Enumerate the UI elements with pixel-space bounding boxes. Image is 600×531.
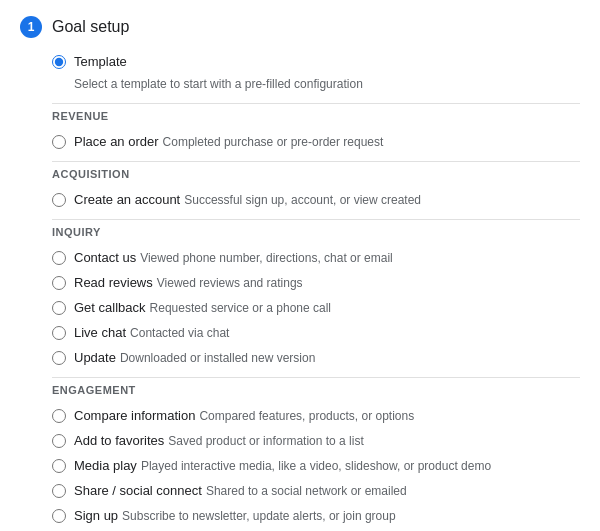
goal-item: Place an orderCompleted purchase or pre-… [52, 132, 580, 151]
goal-item: Compare informationCompared features, pr… [52, 406, 580, 425]
category-inquiry: INQUIRYContact usViewed phone number, di… [52, 219, 580, 367]
goal-desc: Successful sign up, account, or view cre… [184, 193, 421, 207]
goal-name: Sign up [74, 508, 118, 523]
category-label: ACQUISITION [52, 161, 580, 184]
template-label[interactable]: Template [74, 54, 127, 69]
goal-radio[interactable] [52, 276, 66, 290]
goal-item: Share / social connectShared to a social… [52, 481, 580, 500]
template-subtitle: Select a template to start with a pre-fi… [74, 77, 580, 91]
goal-name: Contact us [74, 250, 136, 265]
goal-item: Contact usViewed phone number, direction… [52, 248, 580, 267]
goal-item: Media playPlayed interactive media, like… [52, 456, 580, 475]
goal-desc: Subscribe to newsletter, update alerts, … [122, 509, 396, 523]
goal-radio[interactable] [52, 193, 66, 207]
goal-desc: Played interactive media, like a video, … [141, 459, 491, 473]
category-label: ENGAGEMENT [52, 377, 580, 400]
goal-row: Compare informationCompared features, pr… [74, 408, 414, 423]
goal-desc: Compared features, products, or options [199, 409, 414, 423]
goal-item: UpdateDownloaded or installed new versio… [52, 348, 580, 367]
goal-radio[interactable] [52, 326, 66, 340]
step-header: 1 Goal setup [20, 16, 580, 38]
goal-desc: Completed purchase or pre-order request [163, 135, 384, 149]
step-number: 1 [20, 16, 42, 38]
goal-row: Live chatContacted via chat [74, 325, 229, 340]
goal-row: Get callbackRequested service or a phone… [74, 300, 331, 315]
page-container: 1 Goal setup Template Select a template … [0, 0, 600, 531]
goal-item: Live chatContacted via chat [52, 323, 580, 342]
goal-item: Get callbackRequested service or a phone… [52, 298, 580, 317]
goal-radio[interactable] [52, 509, 66, 523]
category-engagement: ENGAGEMENTCompare informationCompared fe… [52, 377, 580, 525]
goal-item: Add to favoritesSaved product or informa… [52, 431, 580, 450]
goal-radio[interactable] [52, 135, 66, 149]
goal-desc: Viewed phone number, directions, chat or… [140, 251, 393, 265]
goal-row: Place an orderCompleted purchase or pre-… [74, 134, 383, 149]
goal-radio[interactable] [52, 434, 66, 448]
goal-item: Read reviewsViewed reviews and ratings [52, 273, 580, 292]
goal-desc: Requested service or a phone call [150, 301, 331, 315]
goal-desc: Contacted via chat [130, 326, 229, 340]
goal-name: Create an account [74, 192, 180, 207]
categories-container: REVENUEPlace an orderCompleted purchase … [52, 103, 580, 525]
goal-row: Read reviewsViewed reviews and ratings [74, 275, 303, 290]
goal-name: Live chat [74, 325, 126, 340]
goal-row: Media playPlayed interactive media, like… [74, 458, 491, 473]
goal-row: Share / social connectShared to a social… [74, 483, 407, 498]
goal-name: Media play [74, 458, 137, 473]
category-acquisition: ACQUISITIONCreate an accountSuccessful s… [52, 161, 580, 209]
goal-name: Share / social connect [74, 483, 202, 498]
goal-name: Get callback [74, 300, 146, 315]
goal-item: Sign upSubscribe to newsletter, update a… [52, 506, 580, 525]
goal-name: Read reviews [74, 275, 153, 290]
goal-radio[interactable] [52, 301, 66, 315]
category-revenue: REVENUEPlace an orderCompleted purchase … [52, 103, 580, 151]
template-option[interactable]: Template [52, 54, 580, 69]
category-label: INQUIRY [52, 219, 580, 242]
template-radio[interactable] [52, 55, 66, 69]
goal-name: Compare information [74, 408, 195, 423]
goal-row: Add to favoritesSaved product or informa… [74, 433, 364, 448]
template-section: Template Select a template to start with… [52, 54, 580, 531]
goal-row: Create an accountSuccessful sign up, acc… [74, 192, 421, 207]
goal-radio[interactable] [52, 409, 66, 423]
goal-radio[interactable] [52, 484, 66, 498]
goal-desc: Viewed reviews and ratings [157, 276, 303, 290]
goal-radio[interactable] [52, 351, 66, 365]
category-label: REVENUE [52, 103, 580, 126]
goal-desc: Saved product or information to a list [168, 434, 363, 448]
goal-name: Update [74, 350, 116, 365]
goal-row: UpdateDownloaded or installed new versio… [74, 350, 315, 365]
goal-row: Contact usViewed phone number, direction… [74, 250, 393, 265]
goal-radio[interactable] [52, 251, 66, 265]
goal-name: Add to favorites [74, 433, 164, 448]
goal-radio[interactable] [52, 459, 66, 473]
goal-name: Place an order [74, 134, 159, 149]
step-title: Goal setup [52, 18, 129, 36]
goal-row: Sign upSubscribe to newsletter, update a… [74, 508, 396, 523]
goal-desc: Downloaded or installed new version [120, 351, 315, 365]
goal-item: Create an accountSuccessful sign up, acc… [52, 190, 580, 209]
goal-desc: Shared to a social network or emailed [206, 484, 407, 498]
